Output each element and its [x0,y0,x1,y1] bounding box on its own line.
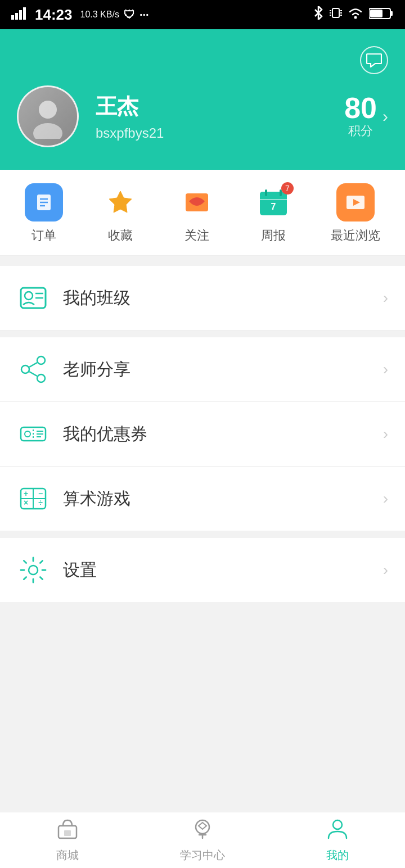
menu-item-coupon[interactable]: 我的优惠券 › [0,402,405,467]
points-section[interactable]: 80 积分 › [344,93,388,139]
collect-icon-wrap [101,183,140,221]
coupon-icon [17,418,50,450]
study-nav-icon [191,818,214,844]
svg-point-35 [37,356,45,364]
status-right [313,6,394,23]
section-divider-3 [0,531,405,538]
svg-rect-2 [19,10,22,20]
recent-label: 最近浏览 [331,227,380,244]
svg-line-38 [29,363,37,367]
quick-menu: 订单 收藏 关注 7 [0,170,405,256]
svg-point-41 [25,431,30,437]
share-icon [17,353,50,386]
game-arrow-icon: › [383,490,388,508]
settings-label: 设置 [63,559,383,582]
quick-item-weekly[interactable]: 7 7 周报 [254,183,292,244]
points-label: 积分 [344,123,377,139]
menu-item-class[interactable]: 我的班级 › [0,266,405,331]
coupon-label: 我的优惠券 [63,423,383,446]
svg-rect-55 [64,830,71,836]
vibrate-icon [330,6,342,23]
svg-rect-4 [332,8,339,17]
settings-icon [17,554,50,586]
shield-icon: 🛡 [124,8,135,21]
avatar[interactable] [17,85,79,147]
quick-item-follow[interactable]: 关注 [178,183,216,244]
status-time: 14:23 [35,6,73,24]
profile-info: 王杰 bsxpfbys21 [96,92,327,141]
class-arrow-icon: › [383,289,388,307]
svg-rect-0 [11,15,14,20]
svg-rect-13 [390,11,393,16]
recent-icon-wrap [336,183,375,221]
carrier-icon [11,7,27,22]
wifi-icon [348,7,363,22]
nav-item-mine[interactable]: 我的 [270,818,405,863]
mine-nav-label: 我的 [326,848,349,863]
svg-rect-14 [370,10,382,17]
menu-item-game[interactable]: + × − ÷ 算术游戏 › [0,467,405,531]
svg-point-53 [29,566,38,575]
menu-list: 我的班级 › 老师分享 › [0,266,405,602]
svg-point-32 [25,292,33,300]
more-icon: ··· [140,8,149,21]
game-icon: + × − ÷ [17,482,50,515]
menu-item-settings[interactable]: 设置 › [0,538,405,602]
speed-indicator: 10.3 KB/s [80,10,119,20]
svg-text:+: + [24,489,28,498]
profile-header: 王杰 bsxpfbys21 80 积分 › [0,29,405,170]
bottom-padding [0,602,405,816]
svg-line-39 [29,372,37,376]
avatar-image [19,87,77,146]
nav-item-shop[interactable]: 商城 [0,818,135,863]
svg-text:−: − [38,489,43,498]
order-icon-wrap [25,183,63,221]
follow-label: 关注 [184,227,209,244]
follow-icon-wrap [178,183,216,221]
user-id: bsxpfbys21 [96,125,327,141]
collect-label: 收藏 [108,227,133,244]
coupon-arrow-icon: › [383,425,388,443]
status-left: 14:23 10.3 KB/s 🛡 ··· [11,6,149,24]
svg-point-11 [354,16,357,19]
svg-text:÷: ÷ [38,498,43,507]
svg-point-37 [37,374,45,382]
game-label: 算术游戏 [63,487,383,510]
points-arrow-icon: › [382,107,388,126]
quick-item-collect[interactable]: 收藏 [101,183,140,244]
nav-item-study[interactable]: 学习中心 [135,818,270,863]
quick-item-recent[interactable]: 最近浏览 [331,183,380,244]
svg-point-15 [39,101,57,119]
svg-text:7: 7 [271,202,276,211]
quick-item-order[interactable]: 订单 [25,183,63,244]
svg-point-16 [33,123,62,139]
shop-nav-icon [56,818,79,844]
svg-rect-3 [23,7,26,20]
settings-arrow-icon: › [383,561,388,579]
weekly-badge: 7 [281,182,294,195]
bluetooth-icon [313,6,324,23]
header-top [17,46,388,74]
svg-text:×: × [24,498,28,507]
section-divider-2 [0,331,405,337]
study-nav-label: 学习中心 [180,848,225,863]
class-label: 我的班级 [63,287,383,310]
svg-rect-26 [265,189,267,196]
weekly-icon-wrap: 7 7 [254,183,292,221]
menu-item-share[interactable]: 老师分享 › [0,337,405,402]
chat-button[interactable] [360,46,388,74]
shop-nav-label: 商城 [56,848,79,863]
user-name: 王杰 [96,92,327,121]
class-icon [17,282,50,314]
profile-row: 王杰 bsxpfbys21 80 积分 › [17,85,388,147]
battery-icon [369,7,394,22]
points-value: 80 [344,93,377,123]
svg-marker-21 [109,191,132,213]
svg-point-59 [333,820,342,829]
svg-rect-1 [15,13,18,20]
share-arrow-icon: › [383,360,388,378]
order-label: 订单 [32,227,56,244]
status-bar: 14:23 10.3 KB/s 🛡 ··· [0,0,405,29]
section-divider-1 [0,256,405,266]
svg-point-36 [21,365,29,373]
